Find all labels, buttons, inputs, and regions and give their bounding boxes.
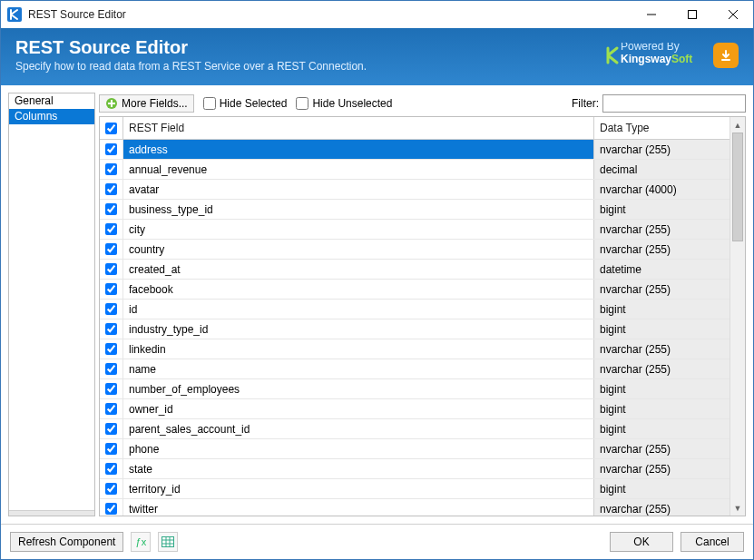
hide-selected-checkbox[interactable]: Hide Selected — [203, 97, 288, 110]
fx-button[interactable]: ƒx — [131, 532, 151, 552]
ok-button[interactable]: OK — [610, 532, 673, 552]
row-checkbox[interactable] — [105, 323, 117, 335]
svg-text:Powered By: Powered By — [621, 43, 680, 53]
row-checkbox[interactable] — [105, 463, 117, 475]
table-row[interactable]: avatarnvarchar (4000) — [100, 180, 730, 200]
scroll-down-arrow[interactable]: ▼ — [730, 500, 746, 516]
scroll-thumb[interactable] — [732, 133, 743, 241]
row-check-cell[interactable] — [100, 240, 123, 259]
row-check-cell[interactable] — [100, 280, 123, 299]
table-row[interactable]: statenvarchar (255) — [100, 459, 730, 479]
table-row[interactable]: twitternvarchar (255) — [100, 499, 730, 516]
row-check-cell[interactable] — [100, 419, 123, 438]
row-check-cell[interactable] — [100, 339, 123, 359]
row-checkbox[interactable] — [105, 263, 117, 275]
row-checkbox[interactable] — [105, 343, 117, 355]
table-row[interactable]: idbigint — [100, 300, 730, 319]
row-check-cell[interactable] — [100, 140, 123, 159]
row-check-cell[interactable] — [100, 260, 123, 279]
row-check-cell[interactable] — [100, 499, 123, 516]
row-check-cell[interactable] — [100, 160, 123, 179]
cancel-button[interactable]: Cancel — [681, 532, 744, 552]
table-row[interactable]: owner_idbigint — [100, 399, 730, 419]
sidebar: GeneralColumns — [8, 93, 95, 516]
row-checkbox[interactable] — [105, 143, 117, 155]
filter-input[interactable] — [602, 94, 746, 113]
row-check-cell[interactable] — [100, 300, 123, 319]
header-field[interactable]: REST Field — [123, 117, 593, 139]
maximize-button[interactable] — [671, 1, 712, 28]
sidebar-item-columns[interactable]: Columns — [9, 109, 94, 124]
sidebar-item-general[interactable]: General — [9, 93, 94, 109]
table-row[interactable]: territory_idbigint — [100, 479, 730, 499]
table-row[interactable]: addressnvarchar (255) — [100, 140, 730, 160]
row-checkbox[interactable] — [105, 363, 117, 375]
close-button[interactable] — [712, 1, 753, 28]
row-type: bigint — [593, 419, 730, 438]
hide-unselected-checkbox[interactable]: Hide Unselected — [296, 97, 392, 110]
row-type: nvarchar (4000) — [593, 180, 730, 199]
header-check-cell[interactable] — [100, 117, 123, 139]
more-fields-button[interactable]: More Fields... — [99, 94, 194, 113]
row-checkbox[interactable] — [105, 163, 117, 175]
table-row[interactable]: facebooknvarchar (255) — [100, 280, 730, 300]
row-checkbox[interactable] — [105, 183, 117, 195]
row-check-cell[interactable] — [100, 359, 123, 378]
row-check-cell[interactable] — [100, 439, 123, 458]
table-row[interactable]: countrynvarchar (255) — [100, 240, 730, 260]
grid-wrap: REST Field Data Type addressnvarchar (25… — [99, 116, 746, 516]
row-check-cell[interactable] — [100, 180, 123, 199]
table-row[interactable]: citynvarchar (255) — [100, 220, 730, 240]
row-field: country — [123, 240, 593, 259]
table-row[interactable]: industry_type_idbigint — [100, 319, 730, 339]
row-checkbox[interactable] — [105, 243, 117, 255]
hide-selected-input[interactable] — [203, 97, 216, 110]
row-checkbox[interactable] — [105, 403, 117, 415]
row-checkbox[interactable] — [105, 443, 117, 455]
footer: Refresh Component ƒx OK Cancel — [1, 524, 753, 559]
row-check-cell[interactable] — [100, 399, 123, 418]
header-checkbox[interactable] — [105, 123, 117, 134]
row-checkbox[interactable] — [105, 203, 117, 215]
row-check-cell[interactable] — [100, 200, 123, 219]
row-check-cell[interactable] — [100, 319, 123, 339]
hide-unselected-input[interactable] — [296, 97, 308, 110]
row-type: bigint — [593, 479, 730, 498]
table-row[interactable]: phonenvarchar (255) — [100, 439, 730, 459]
row-check-cell[interactable] — [100, 379, 123, 398]
minimize-button[interactable] — [631, 1, 671, 28]
header-right: Powered By KingswaySoft — [604, 43, 739, 68]
table-row[interactable]: business_type_idbigint — [100, 200, 730, 220]
scroll-up-arrow[interactable]: ▲ — [730, 117, 746, 133]
vertical-scrollbar[interactable]: ▲ ▼ — [730, 117, 745, 516]
download-button[interactable] — [713, 43, 739, 68]
row-check-cell[interactable] — [100, 220, 123, 239]
table-row[interactable]: number_of_employeesbigint — [100, 379, 730, 399]
row-type: decimal — [593, 160, 730, 179]
row-checkbox[interactable] — [105, 503, 117, 515]
row-field: annual_revenue — [123, 160, 593, 179]
table-row[interactable]: annual_revenuedecimal — [100, 160, 730, 180]
table-row[interactable]: parent_sales_account_idbigint — [100, 419, 730, 439]
hide-unselected-label: Hide Unselected — [312, 97, 392, 110]
table-row[interactable]: namenvarchar (255) — [100, 359, 730, 379]
row-checkbox[interactable] — [105, 383, 117, 395]
row-checkbox[interactable] — [105, 223, 117, 235]
row-type: bigint — [593, 379, 730, 398]
refresh-component-button[interactable]: Refresh Component — [10, 532, 123, 552]
table-row[interactable]: created_atdatetime — [100, 260, 730, 280]
header-type[interactable]: Data Type — [593, 117, 730, 139]
row-field: industry_type_id — [123, 319, 593, 339]
row-checkbox[interactable] — [105, 483, 117, 495]
row-checkbox[interactable] — [105, 283, 117, 295]
table-row[interactable]: linkedinnvarchar (255) — [100, 339, 730, 359]
row-checkbox[interactable] — [105, 303, 117, 315]
table-icon-button[interactable] — [158, 532, 178, 552]
row-checkbox[interactable] — [105, 423, 117, 435]
plus-icon — [105, 97, 118, 110]
brand-logo: Powered By KingswaySoft — [604, 43, 704, 68]
row-field: state — [123, 459, 593, 478]
row-check-cell[interactable] — [100, 479, 123, 498]
header-title: REST Source Editor — [15, 37, 604, 58]
row-check-cell[interactable] — [100, 459, 123, 478]
